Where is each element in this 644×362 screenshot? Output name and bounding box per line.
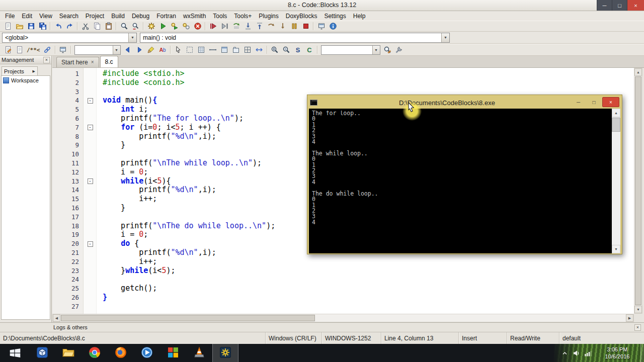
function-combobox[interactable]: main() : void ▼ [140,33,450,43]
menu-project[interactable]: Project [82,12,108,21]
next-line-button[interactable] [230,21,242,31]
menu-doxyblocks[interactable]: DoxyBlocks [282,12,321,21]
start-button[interactable] [3,344,27,362]
fold-toggle-icon[interactable]: - [88,98,93,104]
step-into-instruction-button[interactable] [277,21,288,31]
chevron-down-icon[interactable]: ▼ [441,33,449,42]
zoom-out-button[interactable] [281,45,292,55]
various-info-button[interactable] [327,21,339,31]
chevron-down-icon[interactable]: ▼ [113,46,120,54]
tab-close-icon[interactable]: × [91,60,94,65]
options-button[interactable] [393,45,405,55]
break-debugger-button[interactable] [288,21,300,31]
debug-continue-button[interactable] [207,21,219,31]
scrollbar-thumb[interactable] [61,315,315,321]
console-minimize-button[interactable]: ─ [571,97,586,107]
scroll-down-icon[interactable]: ▼ [634,306,642,313]
rebuild-button[interactable] [180,21,192,31]
code-line-23[interactable]: 23 }while(i<5); [52,266,634,276]
menu-tools[interactable]: Tools [209,12,230,21]
paste-button[interactable] [103,21,114,31]
menu-search[interactable]: Search [56,12,82,21]
wx-spacer-button[interactable] [254,45,265,55]
fold-toggle-icon[interactable]: - [88,125,93,130]
menu-plugins[interactable]: Plugins [255,12,282,21]
scroll-up-icon[interactable]: ▲ [612,109,620,117]
wx-sizer-button[interactable] [242,45,254,55]
run-to-cursor-button[interactable] [219,21,230,31]
wx-dashed-box-button[interactable] [184,45,196,55]
open-file-button[interactable] [14,21,25,31]
doxy-run-html-button[interactable] [42,45,53,55]
menu-edit[interactable]: Edit [18,12,36,21]
doxy-source-file-button[interactable] [14,45,25,55]
code-line-2[interactable]: 2#include <conio.h> [52,78,634,87]
show-source-button[interactable]: S [292,45,304,55]
console-window[interactable]: D:\Documents\CodeBlocks\8.exe ─ □ × The … [307,95,622,254]
scope-combobox[interactable]: <global> ▼ [2,33,137,43]
build-and-run-button[interactable] [169,21,180,31]
scroll-down-icon[interactable]: ▼ [612,245,620,253]
replace-button[interactable] [130,21,141,31]
wx-pointer-button[interactable] [173,45,184,55]
minimize-button[interactable]: ─ [597,0,612,11]
menu-view[interactable]: View [36,12,56,21]
editor-tab-8-c[interactable]: 8.c [100,56,118,67]
step-out-button[interactable] [254,21,265,31]
save-all-button[interactable] [37,21,48,31]
scroll-up-icon[interactable]: ▲ [634,68,642,76]
menu-help[interactable]: Help [350,12,369,21]
management-close-icon[interactable]: × [43,57,50,63]
code-line-25[interactable]: 25 getch(); [52,284,634,293]
undo-button[interactable] [52,21,64,31]
menu-tools-[interactable]: Tools+ [230,12,255,21]
taskbar-virtualbox-button[interactable] [29,344,55,362]
search-next-button[interactable] [134,45,145,55]
show-comments-button[interactable]: C [304,45,315,55]
abort-build-button[interactable] [192,21,203,31]
chevron-down-icon[interactable]: ▼ [372,46,380,54]
stop-debugger-button[interactable] [300,21,311,31]
scrollbar-thumb[interactable] [635,76,641,305]
tab-projects[interactable]: Projects ▶ [2,66,38,75]
doxy-extract-docs-button[interactable] [2,45,14,55]
taskbar-vlc-button[interactable] [186,344,212,362]
menu-file[interactable]: File [2,12,18,21]
fold-toggle-icon[interactable]: - [88,241,93,247]
logs-close-icon[interactable]: × [634,324,641,331]
wx-grid-button[interactable] [196,45,207,55]
thread-search-field[interactable]: ▼ [321,45,380,55]
editor-tab-start-here[interactable]: Start here× [56,57,99,67]
tray-network-icon[interactable] [584,349,592,357]
search-previous-button[interactable] [122,45,134,55]
menu-wxsmith[interactable]: wxSmith [180,12,209,21]
copy-button[interactable] [91,21,103,31]
taskbar-media-player-button[interactable] [134,344,160,362]
console-close-button[interactable]: × [602,97,619,107]
scrollbar-thumb[interactable] [612,118,620,132]
menu-build[interactable]: Build [108,12,128,21]
taskbar-codeblocks-button[interactable] [212,344,238,362]
menu-settings[interactable]: Settings [320,12,349,21]
code-line-22[interactable]: 22 i++; [52,257,634,266]
tree-item-workspace[interactable]: Workspace [2,76,50,85]
console-scrollbar[interactable]: ▲ ▼ [612,109,620,253]
code-line-26[interactable]: 26} [52,293,634,302]
redo-button[interactable] [64,21,75,31]
menu-fortran[interactable]: Fortran [153,12,180,21]
thread-search-button[interactable] [382,45,393,55]
code-line-1[interactable]: 1#include <stdio.h> [52,69,634,78]
tray-show-hidden-icons-icon[interactable] [561,349,569,357]
symbols-browser-button[interactable] [57,45,69,55]
debugging-windows-button[interactable] [315,21,327,31]
wx-panel-button[interactable] [219,45,230,55]
wx-static-line-button[interactable] [207,45,219,55]
cut-button[interactable] [79,21,91,31]
run-button[interactable] [157,21,169,31]
new-file-button[interactable] [2,21,14,31]
fold-toggle-icon[interactable]: - [88,178,93,184]
logs-panel-bar[interactable]: Logs & others × [0,322,644,332]
menu-debug[interactable]: Debug [128,12,153,21]
taskbar-file-explorer-button[interactable] [55,344,82,362]
match-case-button[interactable]: Ab [157,45,169,55]
